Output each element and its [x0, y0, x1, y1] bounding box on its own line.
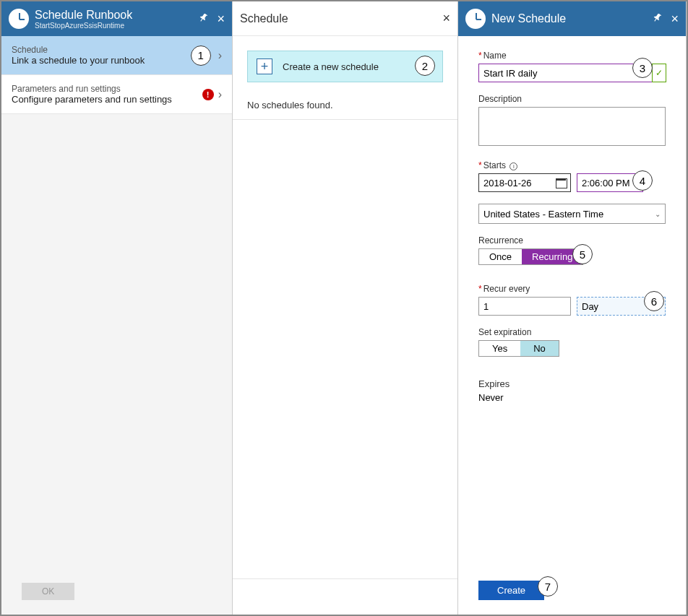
ok-button[interactable]: OK [22, 583, 74, 600]
nav-label: Parameters and run settings [12, 84, 202, 94]
recurrence-label: Recurrence [478, 235, 666, 246]
panel2-title: Schedule [240, 12, 288, 25]
schedule-panel: Schedule × + Create a new schedule 2 No … [233, 1, 458, 615]
pin-icon[interactable] [653, 13, 662, 25]
callout-4: 4 [632, 170, 653, 191]
panel3-title: New Schedule [491, 12, 566, 25]
recur-every-group: *Recur every Day ⌄ 6 [478, 284, 666, 316]
nav-label: Schedule [12, 45, 191, 55]
callout-2: 2 [415, 56, 435, 76]
panel3-body: *Name ✓ 3 Description *Starts i 2018-01-… [458, 36, 686, 573]
panel1-header: Schedule Runbook StartStopAzureSsisRunti… [1, 1, 232, 36]
create-schedule-button[interactable]: + Create a new schedule 2 [247, 51, 443, 82]
timezone-select[interactable]: United States - Eastern Time ⌄ [478, 204, 666, 224]
callout-5: 5 [572, 244, 593, 264]
chevron-right-icon: › [218, 49, 222, 62]
callout-1: 1 [191, 45, 211, 66]
expires-label: Expires [478, 378, 666, 389]
callout-7: 7 [538, 576, 558, 597]
chevron-down-icon: ⌄ [655, 210, 661, 218]
callout-6: 6 [644, 291, 664, 311]
close-icon[interactable]: × [442, 11, 450, 26]
expires-value: Never [478, 392, 666, 403]
recur-number-input[interactable] [478, 297, 571, 316]
clock-icon [465, 9, 486, 29]
nav-parameters[interactable]: Parameters and run settings Configure pa… [1, 75, 232, 114]
description-input[interactable] [478, 107, 666, 146]
callout-3: 3 [632, 58, 653, 78]
set-expiration-group: Set expiration Yes No [478, 327, 666, 357]
name-group: *Name ✓ 3 [478, 51, 666, 82]
panel1-subtitle: StartStopAzureSsisRuntime [35, 22, 132, 30]
clock-icon [9, 9, 29, 29]
create-button[interactable]: Create [478, 581, 544, 600]
panel3-header: New Schedule × [458, 1, 686, 36]
panel2-body: + Create a new schedule 2 No schedules f… [233, 36, 457, 578]
panel2-footer [233, 578, 457, 615]
plus-icon: + [257, 58, 272, 74]
create-label: Create a new schedule [283, 61, 379, 72]
no-button[interactable]: No [520, 341, 559, 356]
set-expiration-label: Set expiration [478, 327, 666, 337]
start-date-input[interactable]: 2018-01-26 [478, 173, 571, 192]
info-icon[interactable]: i [509, 162, 517, 170]
expiration-toggle: Yes No [478, 340, 559, 357]
description-label: Description [478, 94, 666, 104]
panel1-title: Schedule Runbook [35, 9, 132, 22]
error-icon: ! [202, 89, 214, 100]
close-icon[interactable]: × [671, 12, 679, 27]
recur-every-label: *Recur every [478, 284, 666, 294]
nav-schedule[interactable]: Schedule Link a schedule to your runbook… [1, 36, 232, 75]
panel2-header: Schedule × [233, 1, 457, 36]
starts-label: *Starts i [478, 160, 666, 170]
yes-button[interactable]: Yes [479, 341, 520, 356]
once-button[interactable]: Once [479, 249, 522, 264]
panel1-footer: OK [1, 576, 232, 615]
new-schedule-panel: New Schedule × *Name ✓ 3 Description *St… [458, 1, 687, 615]
description-group: Description [478, 94, 666, 149]
recurrence-group: Recurrence Once Recurring 5 [478, 235, 666, 265]
panel3-footer: Create 7 [458, 573, 686, 615]
timezone-group: United States - Eastern Time ⌄ [478, 204, 666, 224]
nav-title: Configure parameters and run settings [12, 94, 202, 105]
empty-message: No schedules found. [233, 97, 457, 120]
close-icon[interactable]: × [217, 12, 225, 27]
schedule-runbook-panel: Schedule Runbook StartStopAzureSsisRunti… [1, 1, 233, 615]
nav-title: Link a schedule to your runbook [12, 55, 191, 66]
recurrence-toggle: Once Recurring [478, 248, 583, 265]
expires-group: Expires Never [478, 378, 666, 403]
pin-icon[interactable] [199, 13, 208, 25]
panel1-body: Schedule Link a schedule to your runbook… [1, 36, 232, 576]
chevron-right-icon: › [218, 88, 222, 101]
calendar-icon [556, 177, 567, 188]
starts-group: *Starts i 2018-01-26 2:06:00 PM 4 [478, 160, 666, 192]
check-icon: ✓ [652, 64, 666, 82]
